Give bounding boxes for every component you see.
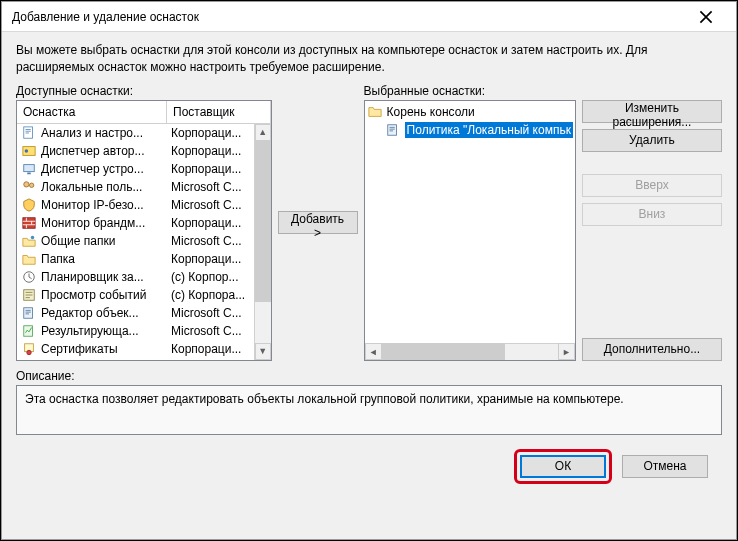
list-item[interactable]: Монитор брандм...Корпораци... bbox=[17, 214, 254, 232]
folder-icon bbox=[367, 104, 383, 120]
svg-point-2 bbox=[25, 149, 29, 153]
item-vendor: Корпораци... bbox=[171, 144, 250, 158]
users-icon bbox=[21, 179, 37, 195]
list-item[interactable]: Результирующа...Microsoft C... bbox=[17, 322, 254, 340]
list-item[interactable]: Локальные поль...Microsoft C... bbox=[17, 178, 254, 196]
description-label: Описание: bbox=[16, 369, 722, 383]
horizontal-scrollbar[interactable]: ◄ ► bbox=[365, 343, 575, 360]
item-vendor: Microsoft C... bbox=[171, 306, 250, 320]
scroll-right-button[interactable]: ► bbox=[558, 343, 575, 360]
cert-icon bbox=[21, 341, 37, 357]
item-name: Папка bbox=[41, 252, 171, 266]
list-item[interactable]: СертификатыКорпораци... bbox=[17, 340, 254, 358]
auth-icon bbox=[21, 143, 37, 159]
sched-icon bbox=[21, 269, 37, 285]
svg-rect-11 bbox=[24, 307, 33, 318]
move-down-button: Вниз bbox=[582, 203, 722, 226]
svg-point-8 bbox=[31, 235, 35, 239]
svg-rect-7 bbox=[23, 217, 35, 228]
intro-text: Вы можете выбрать оснастки для этой конс… bbox=[16, 42, 722, 76]
hscroll-thumb[interactable] bbox=[382, 343, 505, 360]
tree-root[interactable]: Корень консоли bbox=[367, 103, 573, 121]
item-name: Монитор IP-безо... bbox=[41, 198, 171, 212]
item-vendor: Корпораци... bbox=[171, 162, 250, 176]
svg-point-6 bbox=[29, 183, 33, 187]
item-vendor: Корпораци... bbox=[171, 216, 250, 230]
item-name: Планировщик за... bbox=[41, 270, 171, 284]
list-item[interactable]: Диспетчер устро...Корпораци... bbox=[17, 160, 254, 178]
header-vendor[interactable]: Поставщик bbox=[167, 101, 271, 123]
gpedit-icon bbox=[21, 305, 37, 321]
svg-rect-3 bbox=[24, 164, 35, 171]
list-item[interactable]: Монитор IP-безо...Microsoft C... bbox=[17, 196, 254, 214]
list-item[interactable]: ПапкаКорпораци... bbox=[17, 250, 254, 268]
list-item[interactable]: Просмотр событий(с) Корпора... bbox=[17, 286, 254, 304]
list-item[interactable]: Планировщик за...(с) Корпор... bbox=[17, 268, 254, 286]
item-vendor: Корпораци... bbox=[171, 342, 250, 356]
svg-rect-15 bbox=[387, 124, 396, 135]
svg-point-5 bbox=[24, 181, 29, 186]
item-vendor: (с) Корпора... bbox=[171, 288, 250, 302]
device-icon bbox=[21, 161, 37, 177]
item-vendor: Microsoft C... bbox=[171, 234, 250, 248]
ipsec-icon bbox=[21, 197, 37, 213]
item-vendor: Microsoft C... bbox=[171, 324, 250, 338]
item-name: Результирующа... bbox=[41, 324, 171, 338]
item-name: Анализ и настро... bbox=[41, 126, 171, 140]
selected-label: Выбранные оснастки: bbox=[364, 84, 576, 98]
item-name: Сертификаты bbox=[41, 342, 171, 356]
item-name: Диспетчер устро... bbox=[41, 162, 171, 176]
item-name: Общие папки bbox=[41, 234, 171, 248]
scroll-left-button[interactable]: ◄ bbox=[365, 343, 382, 360]
selected-snapins-tree[interactable]: Корень консоли Политика "Локальный компь… bbox=[364, 100, 576, 361]
edit-extensions-button[interactable]: Изменить расширения... bbox=[582, 100, 722, 123]
move-up-button: Вверх bbox=[582, 174, 722, 197]
item-name: Локальные поль... bbox=[41, 180, 171, 194]
vertical-scrollbar[interactable]: ▲ ▼ bbox=[254, 124, 271, 360]
svg-point-14 bbox=[27, 350, 31, 354]
scroll-up-button[interactable]: ▲ bbox=[255, 124, 271, 141]
item-vendor: Корпораци... bbox=[171, 252, 250, 266]
list-item[interactable]: Диспетчер автор...Корпораци... bbox=[17, 142, 254, 160]
item-name: Просмотр событий bbox=[41, 288, 171, 302]
dialog-title: Добавление и удаление оснасток bbox=[12, 10, 686, 24]
list-item[interactable]: Общие папкиMicrosoft C... bbox=[17, 232, 254, 250]
description-box: Эта оснастка позволяет редактировать объ… bbox=[16, 385, 722, 435]
tree-child-selected[interactable]: Политика "Локальный компьк bbox=[367, 121, 573, 139]
titlebar: Добавление и удаление оснасток bbox=[2, 2, 736, 32]
folder-icon bbox=[21, 251, 37, 267]
available-snapins-list[interactable]: Оснастка Поставщик Анализ и настро...Кор… bbox=[16, 100, 272, 361]
ok-highlight: ОК bbox=[514, 449, 612, 484]
item-name: Диспетчер автор... bbox=[41, 144, 171, 158]
item-vendor: Корпораци... bbox=[171, 126, 250, 140]
firewall-icon bbox=[21, 215, 37, 231]
close-icon bbox=[699, 10, 713, 24]
svg-rect-4 bbox=[27, 172, 31, 174]
list-item[interactable]: Анализ и настро...Корпораци... bbox=[17, 124, 254, 142]
gpedit-icon bbox=[385, 122, 401, 138]
header-name[interactable]: Оснастка bbox=[17, 101, 167, 123]
item-name: Редактор объек... bbox=[41, 306, 171, 320]
item-name: Монитор брандм... bbox=[41, 216, 171, 230]
list-item[interactable]: Редактор объек...Microsoft C... bbox=[17, 304, 254, 322]
item-vendor: Microsoft C... bbox=[171, 180, 250, 194]
share-icon bbox=[21, 233, 37, 249]
event-icon bbox=[21, 287, 37, 303]
available-label: Доступные оснастки: bbox=[16, 84, 272, 98]
rsop-icon bbox=[21, 323, 37, 339]
scroll-down-button[interactable]: ▼ bbox=[255, 343, 271, 360]
cancel-button[interactable]: Отмена bbox=[622, 455, 708, 478]
add-button[interactable]: Добавить > bbox=[278, 211, 358, 234]
item-vendor: Microsoft C... bbox=[171, 198, 250, 212]
add-remove-snapins-dialog: Добавление и удаление оснасток Вы можете… bbox=[1, 1, 737, 540]
doc-icon bbox=[21, 125, 37, 141]
list-header: Оснастка Поставщик bbox=[17, 101, 271, 124]
scroll-thumb[interactable] bbox=[255, 141, 271, 303]
item-vendor: (с) Корпор... bbox=[171, 270, 250, 284]
close-button[interactable] bbox=[686, 3, 726, 31]
remove-button[interactable]: Удалить bbox=[582, 129, 722, 152]
ok-button[interactable]: ОК bbox=[520, 455, 606, 478]
advanced-button[interactable]: Дополнительно... bbox=[582, 338, 722, 361]
